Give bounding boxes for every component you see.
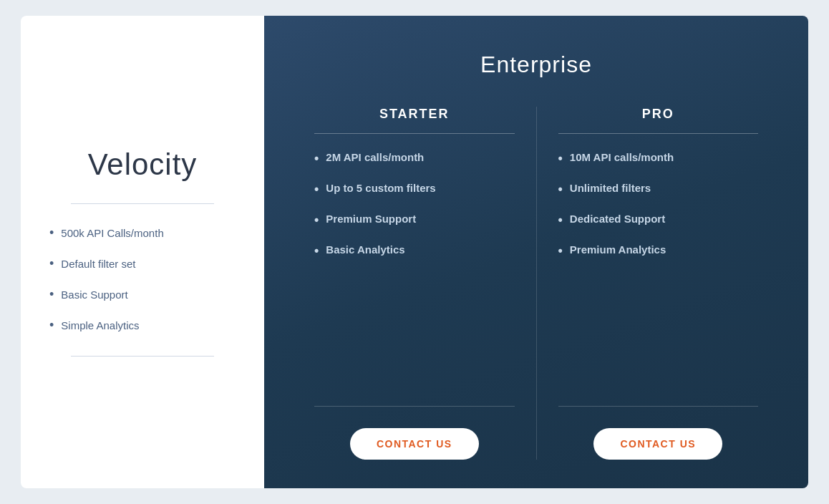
pro-contact-button[interactable]: CONTACT US (593, 428, 722, 460)
pro-top-divider (558, 133, 759, 134)
list-item: Basic Support (42, 287, 243, 302)
pro-plan: PRO 10M API calls/month Unlimited filter… (537, 107, 780, 460)
velocity-features-list: 500k API Calls/month Default filter set … (42, 226, 243, 349)
list-item: 10M API calls/month (558, 151, 759, 166)
velocity-panel: Velocity 500k API Calls/month Default fi… (21, 16, 264, 488)
starter-plan: STARTER 2M API calls/month Up to 5 custo… (293, 107, 537, 460)
plans-container: STARTER 2M API calls/month Up to 5 custo… (293, 107, 780, 460)
starter-bottom-divider (314, 406, 515, 407)
pro-bottom-divider (558, 406, 759, 407)
list-item: 2M API calls/month (314, 151, 515, 166)
list-item: Unlimited filters (558, 182, 759, 197)
list-item: Simple Analytics (42, 318, 243, 333)
pro-plan-name: PRO (558, 107, 759, 122)
starter-plan-name: STARTER (314, 107, 515, 122)
enterprise-panel: Enterprise STARTER 2M API calls/month Up… (264, 16, 808, 488)
bottom-divider (71, 356, 214, 357)
pro-features-list: 10M API calls/month Unlimited filters De… (558, 151, 759, 406)
page-container: Velocity 500k API Calls/month Default fi… (21, 16, 808, 488)
top-divider (71, 203, 214, 204)
list-item: Premium Support (314, 213, 515, 228)
list-item: Basic Analytics (314, 243, 515, 258)
list-item: 500k API Calls/month (42, 226, 243, 241)
starter-contact-button[interactable]: CONTACT US (350, 428, 479, 460)
starter-features-list: 2M API calls/month Up to 5 custom filter… (314, 151, 515, 406)
list-item: Default filter set (42, 256, 243, 271)
list-item: Dedicated Support (558, 213, 759, 228)
list-item: Premium Analytics (558, 243, 759, 258)
velocity-title: Velocity (88, 147, 198, 182)
enterprise-title: Enterprise (293, 52, 780, 78)
list-item: Up to 5 custom filters (314, 182, 515, 197)
starter-top-divider (314, 133, 515, 134)
